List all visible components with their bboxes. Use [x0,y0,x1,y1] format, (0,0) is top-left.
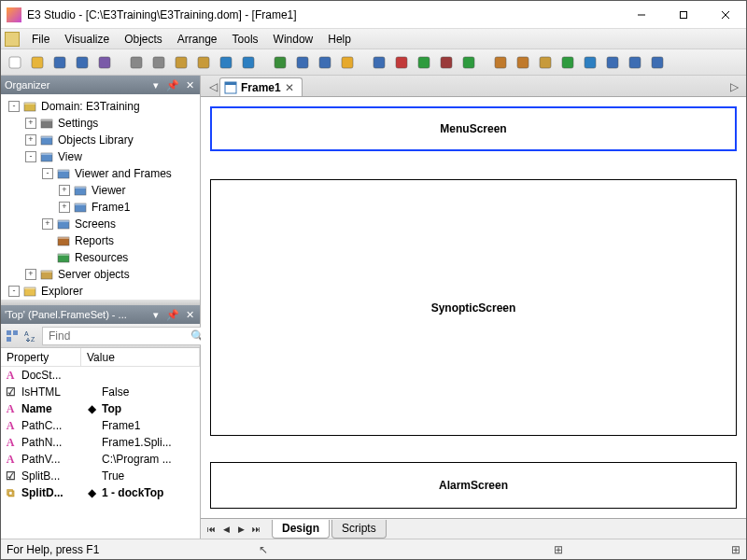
menu-tools[interactable]: Tools [226,31,265,48]
tree-item-viewer[interactable]: +Viewer [3,182,198,199]
toolbar-save-button[interactable] [49,52,70,73]
col-property[interactable]: Property [1,348,81,366]
tree-item-settings[interactable]: +Settings [3,115,198,132]
toolbar-table-button[interactable] [292,52,313,73]
toolbar-grid-button[interactable] [315,52,335,73]
property-value[interactable]: True [100,469,200,483]
tree-item-view[interactable]: -View [3,148,198,165]
toolbar-configure-button[interactable] [369,52,389,73]
panel-menu-icon[interactable]: ▾ [149,78,162,91]
toolbar-palette-button[interactable] [490,52,511,73]
close-button[interactable] [704,1,746,28]
property-find[interactable]: 🔍 [42,327,209,345]
toolbar-play-button[interactable] [458,52,479,73]
toolbar-redo-button[interactable] [238,52,259,73]
property-value[interactable]: Frame1.Spli... [100,436,200,449]
toolbar-project-button[interactable] [94,52,115,73]
property-row[interactable]: APathC...Frame1 [1,417,200,434]
toolbar-new-button[interactable] [5,52,25,73]
toolbar-aom-button[interactable] [625,52,645,73]
frame-menu-screen[interactable]: MenuScreen [210,106,737,151]
toolbar-stats-button[interactable] [391,52,412,73]
property-row[interactable]: ☑SplitB...True [1,468,200,484]
toolbar-cut-button[interactable] [126,52,147,73]
property-row[interactable]: ⧉SplitD...◆1 - dockTop [1,484,200,501]
frame-synoptic-screen[interactable]: SynopticScreen [210,179,737,436]
toolbar-pick-button[interactable] [557,52,578,73]
menu-file[interactable]: File [25,31,56,48]
property-value[interactable]: 1 - dockTop [100,486,200,499]
expand-icon[interactable]: + [25,134,36,146]
property-row[interactable]: ADocSt... [1,367,200,384]
tree-item-reports[interactable]: Reports [3,232,198,249]
mdi-icon[interactable] [5,32,20,47]
toolbar-run-button[interactable] [414,52,434,73]
tree-item-screens[interactable]: +Screens [3,216,198,232]
menu-window[interactable]: Window [267,31,320,48]
pin-icon[interactable]: 📌 [166,78,179,91]
frame-splitter[interactable] [210,162,737,166]
tree-item-objects-library[interactable]: +Objects Library [3,132,198,148]
maximize-button[interactable] [662,1,704,28]
nav-next-icon[interactable]: ▶ [234,523,247,536]
tab-scroll-right-icon[interactable]: ▷ [727,77,740,96]
tab-scroll-left-icon[interactable]: ◁ [206,77,219,96]
expand-icon[interactable]: + [42,218,53,230]
tab-frame1[interactable]: Frame1 ✕ [219,77,303,96]
toolbar-tags-button[interactable] [535,52,556,73]
tab-close-icon[interactable]: ✕ [285,81,294,94]
menu-visualize[interactable]: Visualize [58,31,116,48]
toolbar-paste-button[interactable] [171,52,191,73]
pin-icon[interactable]: 📌 [166,308,179,321]
nav-last-icon[interactable]: ⏭ [249,523,262,536]
toolbar-saveall-button[interactable] [72,52,92,73]
frame-splitter[interactable] [210,447,737,451]
toolbar-warn-button[interactable] [337,52,358,73]
alpha-view-button[interactable]: AZ [23,326,38,346]
toolbar-sum-button[interactable] [580,52,600,73]
minimize-button[interactable] [620,1,662,28]
find-input[interactable] [47,329,190,343]
tree-item-resources[interactable]: Resources [3,249,198,266]
collapse-icon[interactable]: - [8,286,20,297]
tree-item-frame1[interactable]: +Frame1 [3,199,198,216]
property-value[interactable]: Frame1 [100,419,200,432]
property-row[interactable]: AName◆Top [1,400,200,417]
property-value[interactable]: C:\Program ... [100,453,200,466]
menu-arrange[interactable]: Arrange [171,31,224,48]
toolbar-stop-button[interactable] [436,52,457,73]
category-view-button[interactable] [5,326,20,346]
tree-item-explorer[interactable]: -Explorer [3,283,198,300]
toolbar-find-button[interactable] [270,52,290,73]
panel-close-icon[interactable]: ✕ [183,308,196,321]
menu-objects[interactable]: Objects [118,31,169,48]
expand-icon[interactable]: + [25,118,36,129]
collapse-icon[interactable]: - [25,151,36,162]
property-value[interactable]: False [100,385,200,399]
toolbar-copy-button[interactable] [148,52,169,73]
property-row[interactable]: APathV...C:\Program ... [1,451,200,468]
nav-prev-icon[interactable]: ◀ [219,523,233,536]
toolbar-brush-button[interactable] [513,52,533,73]
properties-list[interactable]: ADocSt...☑IsHTMLFalseAName◆TopAPathC...F… [1,367,200,501]
expand-icon[interactable]: + [59,185,70,196]
tree-item-domain-e3training[interactable]: -Domain: E3Training [3,98,198,115]
tree-item-server-objects[interactable]: +Server objects [3,266,198,283]
panel-menu-icon[interactable]: ▾ [149,308,162,321]
toolbar-undo-button[interactable] [216,52,236,73]
property-row[interactable]: ☑IsHTMLFalse [1,384,200,400]
collapse-icon[interactable]: - [8,101,20,112]
nav-first-icon[interactable]: ⏮ [204,523,218,536]
menu-help[interactable]: Help [321,31,358,48]
organizer-tree[interactable]: -Domain: E3Training+Settings+Objects Lib… [1,94,200,300]
toolbar-paste2-button[interactable] [193,52,214,73]
bottom-tab-design[interactable]: Design [272,520,330,539]
panel-close-icon[interactable]: ✕ [183,78,196,91]
tree-item-viewer-and-frames[interactable]: -Viewer and Frames [3,165,198,182]
expand-icon[interactable]: + [59,202,70,213]
property-value[interactable]: Top [100,402,200,415]
collapse-icon[interactable]: - [42,168,53,179]
col-value[interactable]: Value [81,348,200,366]
expand-icon[interactable]: + [25,269,36,280]
toolbar-tile-button[interactable] [647,52,668,73]
